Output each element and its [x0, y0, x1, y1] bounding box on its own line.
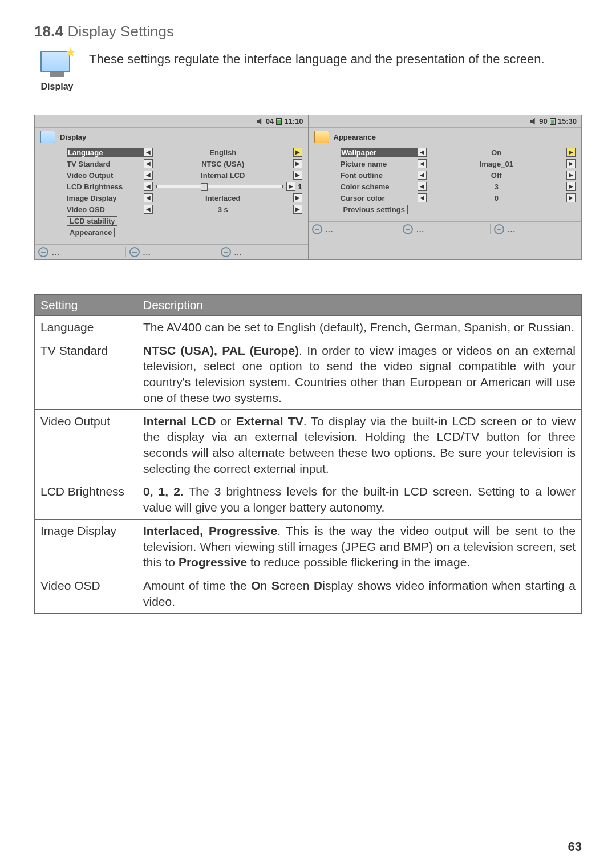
footer-dots: ...	[508, 225, 516, 234]
cell-setting: Video Output	[35, 409, 137, 480]
table-row: TV StandardNTSC (USA), PAL (Europe). In …	[35, 339, 582, 409]
battery-icon	[550, 118, 556, 125]
setting-value: 3 s	[153, 205, 293, 214]
col-description: Description	[137, 295, 582, 316]
arrow-right-icon[interactable]: ▶	[293, 205, 302, 214]
footer-circle-icon	[38, 247, 48, 257]
setting-value: NTSC (USA)	[153, 160, 293, 168]
setting-label: Language	[67, 148, 144, 157]
setting-label: Wallpaper	[341, 148, 418, 157]
status-time: 15:30	[558, 117, 577, 125]
arrow-left-icon[interactable]: ◀	[418, 159, 427, 168]
arrow-right-icon[interactable]: ▶	[293, 171, 302, 180]
arrow-right-icon[interactable]: ▶	[566, 171, 576, 180]
arrow-left-icon[interactable]: ◀	[144, 193, 153, 202]
arrow-right-icon[interactable]: ▶	[293, 148, 302, 157]
arrow-right-icon[interactable]: ▶	[286, 182, 295, 191]
col-setting: Setting	[35, 295, 137, 316]
setting-row[interactable]: Video OSD◀3 s▶	[67, 204, 302, 215]
display-mini-icon	[40, 131, 55, 143]
display-monitor-icon	[40, 51, 74, 79]
setting-row[interactable]: Picture name◀Image_01▶	[341, 158, 576, 169]
intro-text: These settings regulate the interface la…	[89, 51, 545, 68]
setting-value: Internal LCD	[153, 171, 293, 180]
status-battery: 90	[539, 117, 547, 125]
screenshot-appearance: 90 15:30 Appearance Wallpaper◀On▶Picture…	[309, 115, 582, 259]
footer-bar: ... ... ...	[309, 221, 582, 237]
arrow-right-icon[interactable]: ▶	[566, 159, 576, 168]
arrow-left-icon[interactable]: ◀	[418, 171, 427, 180]
setting-value: 0	[427, 194, 567, 202]
setting-link[interactable]: Previous settings	[341, 205, 408, 214]
cell-setting: Video OSD	[35, 574, 137, 613]
table-row: LanguageThe AV400 can be set to English …	[35, 316, 582, 339]
table-row: Video OSDAmount of time the On Screen Di…	[35, 574, 582, 613]
footer-circle-icon	[129, 247, 140, 257]
appearance-mini-icon	[314, 131, 329, 143]
arrow-right-icon[interactable]: ▶	[293, 159, 302, 168]
footer-circle-icon	[312, 224, 322, 234]
section-heading: 18.4Display Settings	[34, 23, 582, 40]
setting-value: On	[427, 148, 567, 157]
setting-label: Video OSD	[67, 205, 144, 214]
setting-label: Color scheme	[341, 182, 418, 191]
setting-value: 3	[427, 182, 567, 191]
setting-label: LCD Brightness	[67, 182, 144, 191]
arrow-left-icon[interactable]: ◀	[418, 193, 427, 202]
footer-dots: ...	[416, 225, 424, 234]
arrow-left-icon[interactable]: ◀	[418, 148, 427, 157]
display-icon-caption: Display	[34, 82, 80, 92]
speaker-icon	[530, 118, 537, 125]
cell-setting: LCD Brightness	[35, 480, 137, 519]
setting-link[interactable]: LCD stability	[67, 216, 117, 226]
table-row: LCD Brightness0, 1, 2. The 3 brightness …	[35, 480, 582, 519]
setting-row[interactable]: Font outline◀Off▶	[341, 169, 576, 181]
setting-row[interactable]: Wallpaper◀On▶	[341, 147, 576, 158]
setting-value: Off	[427, 171, 567, 180]
slider-value: 1	[298, 182, 302, 191]
battery-icon	[276, 118, 282, 125]
setting-row[interactable]: Cursor color◀0▶	[341, 192, 576, 204]
table-row: Video OutputInternal LCD or External TV.…	[35, 409, 582, 480]
setting-row[interactable]: Language◀English▶	[67, 147, 302, 158]
footer-circle-icon	[403, 224, 413, 234]
setting-link[interactable]: Appearance	[67, 228, 115, 237]
setting-row[interactable]: Image Display◀Interlaced▶	[67, 192, 302, 204]
screenshots-row: 04 11:10 Display Language◀English▶TV Sta…	[34, 115, 582, 260]
setting-row[interactable]: Color scheme◀3▶	[341, 181, 576, 192]
setting-label: Cursor color	[341, 194, 418, 202]
cell-setting: Language	[35, 316, 137, 339]
setting-row[interactable]: LCD Brightness◀▶ 1	[67, 181, 302, 192]
footer-dots: ...	[234, 248, 242, 257]
arrow-right-icon[interactable]: ▶	[566, 182, 576, 191]
setting-label: Picture name	[341, 160, 418, 168]
cell-description: The AV400 can be set to English (default…	[137, 316, 582, 339]
panel-title: Appearance	[334, 133, 376, 141]
cell-setting: Image Display	[35, 519, 137, 574]
arrow-right-icon[interactable]: ▶	[566, 193, 576, 202]
cell-setting: TV Standard	[35, 339, 137, 409]
display-icon-block: Display	[34, 51, 80, 92]
footer-circle-icon	[494, 224, 504, 234]
arrow-left-icon[interactable]: ◀	[418, 182, 427, 191]
arrow-right-icon[interactable]: ▶	[293, 193, 302, 202]
arrow-left-icon[interactable]: ◀	[144, 148, 153, 157]
arrow-right-icon[interactable]: ▶	[566, 148, 576, 157]
arrow-left-icon[interactable]: ◀	[144, 159, 153, 168]
arrow-left-icon[interactable]: ◀	[144, 182, 153, 191]
status-battery: 04	[266, 117, 274, 125]
setting-label: TV Standard	[67, 160, 144, 168]
cell-description: NTSC (USA), PAL (Europe). In order to vi…	[137, 339, 582, 409]
speaker-icon	[257, 118, 264, 125]
arrow-left-icon[interactable]: ◀	[144, 171, 153, 180]
setting-label: Font outline	[341, 171, 418, 180]
page-number: 63	[568, 839, 582, 854]
cell-description: Interlaced, Progressive. This is the way…	[137, 519, 582, 574]
arrow-left-icon[interactable]: ◀	[144, 205, 153, 214]
status-time: 11:10	[284, 117, 303, 125]
setting-row[interactable]: Video Output◀Internal LCD▶	[67, 169, 302, 181]
setting-row[interactable]: TV Standard◀NTSC (USA)▶	[67, 158, 302, 169]
cell-description: Internal LCD or External TV. To display …	[137, 409, 582, 480]
brightness-slider[interactable]	[156, 185, 283, 188]
panel-title: Display	[60, 133, 86, 141]
